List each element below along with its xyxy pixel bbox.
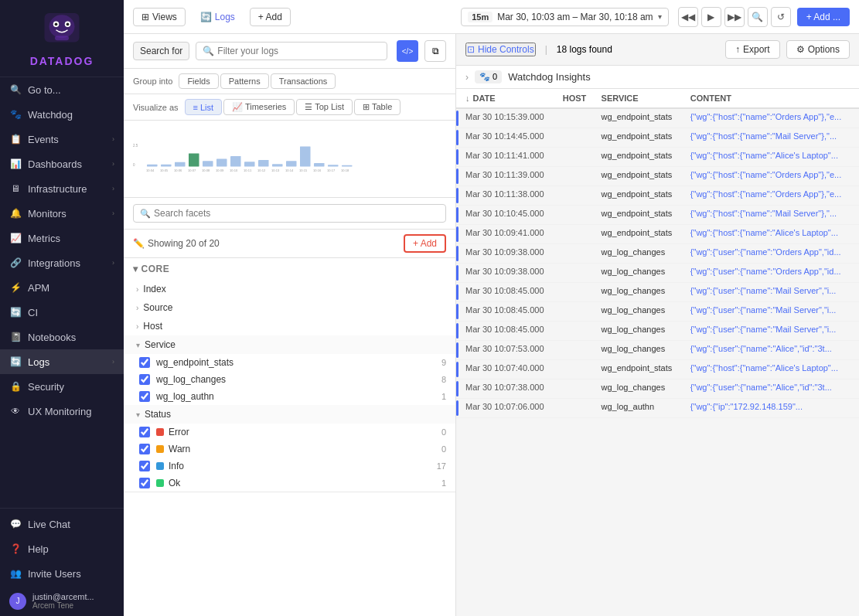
tab-transactions[interactable]: Transactions (271, 73, 336, 89)
copy-button[interactable]: ⧉ (424, 40, 446, 62)
chart-area: 2.5 0 (124, 121, 455, 198)
host-column-header[interactable]: HOST (557, 89, 595, 108)
search-input[interactable] (217, 46, 380, 56)
status-checkbox-info[interactable] (139, 461, 150, 471)
skip-back-button[interactable]: ◀◀ (678, 7, 698, 27)
table-row[interactable]: Mar 30 10:09:38.000 wg_log_changes {"wg"… (456, 244, 859, 264)
table-row[interactable]: Mar 30 10:15:39.000 wg_endpoint_stats {"… (456, 108, 859, 128)
sidebar-item-events[interactable]: 📋 Events › (0, 127, 124, 151)
date-column-header[interactable]: ↓DATE (459, 89, 557, 108)
core-label: CORE (141, 264, 170, 274)
sidebar-item-invite-users[interactable]: 👥 Invite Users (0, 561, 124, 586)
service-checkbox-log-changes[interactable] (139, 374, 150, 385)
status-name-error: Error (169, 427, 441, 437)
watchdog-toggle[interactable]: › (465, 72, 469, 83)
sidebar-item-help[interactable]: ❓ Help (0, 536, 124, 561)
refresh-button[interactable]: ↺ (771, 7, 791, 27)
tab-patterns[interactable]: Patterns (220, 73, 269, 89)
status-checkbox-error[interactable] (139, 427, 150, 437)
facets-search-input[interactable] (154, 208, 439, 219)
log-host (557, 379, 595, 399)
add-button[interactable]: + Add (250, 8, 291, 26)
status-checkbox-ok[interactable] (139, 478, 150, 488)
table-row[interactable]: Mar 30 10:10:45.000 wg_endpoint_stats {"… (456, 206, 859, 225)
zoom-out-button[interactable]: 🔍 (748, 7, 768, 27)
time-range-selector[interactable]: 15m Mar 30, 10:03 am – Mar 30, 10:18 am … (461, 8, 668, 26)
logs-button[interactable]: 🔄 Logs (192, 8, 244, 26)
facets-search-wrap: 🔍 (133, 204, 446, 223)
log-date: Mar 30 10:07:06.000 (459, 399, 557, 418)
content-column-header[interactable]: CONTENT (684, 89, 859, 108)
tab-timeseries[interactable]: 📈 Timeseries (223, 99, 295, 115)
status-checkbox-warn[interactable] (139, 444, 150, 454)
options-button[interactable]: ⚙ Options (786, 40, 850, 59)
add-facet-button[interactable]: + Add (404, 234, 446, 253)
service-checkbox-log-authn[interactable] (139, 391, 150, 402)
svg-text:0: 0 (133, 163, 135, 167)
table-row[interactable]: Mar 30 10:08:45.000 wg_log_changes {"wg"… (456, 322, 859, 341)
log-service: wg_log_changes (595, 244, 684, 264)
table-row[interactable]: Mar 30 10:07:06.000 wg_log_authn {"wg":{… (456, 399, 859, 418)
sidebar-item-metrics[interactable]: 📈 Metrics (0, 226, 124, 250)
sidebar-item-security[interactable]: 🔒 Security (0, 374, 124, 399)
facet-host-row[interactable]: › Host (124, 317, 455, 335)
chevron-right-icon: › (112, 185, 114, 192)
hide-controls-button[interactable]: ⊡ Hide Controls (465, 43, 536, 56)
tab-top-list[interactable]: ☰ Top List (296, 99, 353, 115)
table-row[interactable]: Mar 30 10:07:40.000 wg_endpoint_stats {"… (456, 360, 859, 379)
table-row[interactable]: Mar 30 10:08:45.000 wg_log_changes {"wg"… (456, 283, 859, 302)
export-label: Export (743, 44, 770, 55)
chevron-right-icon: › (112, 259, 114, 267)
sidebar-item-ci[interactable]: 🔄 CI (0, 300, 124, 325)
table-row[interactable]: Mar 30 10:09:38.000 wg_log_changes {"wg"… (456, 264, 859, 283)
skip-forward-button[interactable]: ▶▶ (724, 7, 745, 27)
facet-service-header[interactable]: ▾ Service (124, 335, 455, 354)
table-row[interactable]: Mar 30 10:11:38.000 wg_endpoint_stats {"… (456, 186, 859, 206)
search-icon: 🔍 (9, 83, 22, 96)
infrastructure-icon: 🖥 (9, 182, 22, 195)
log-date: Mar 30 10:10:45.000 (459, 206, 557, 225)
table-row[interactable]: Mar 30 10:11:39.000 wg_endpoint_stats {"… (456, 167, 859, 186)
service-count-log-changes: 8 (441, 375, 446, 384)
sidebar-item-apm[interactable]: ⚡ APM (0, 275, 124, 300)
tab-fields[interactable]: Fields (179, 73, 218, 89)
table-row[interactable]: Mar 30 10:07:38.000 wg_log_changes {"wg"… (456, 379, 859, 399)
views-button[interactable]: ⊞ Views (133, 8, 186, 26)
play-button[interactable]: ▶ (701, 7, 721, 27)
sidebar-item-ux-monitoring[interactable]: 👁 UX Monitoring (0, 399, 124, 424)
sidebar-item-infrastructure[interactable]: 🖥 Infrastructure › (0, 176, 124, 201)
add-facet-label: + Add (413, 238, 437, 249)
service-column-header[interactable]: SERVICE (595, 89, 684, 108)
export-button[interactable]: ↑ Export (725, 40, 780, 59)
facet-index-row[interactable]: › Index (124, 280, 455, 298)
sidebar-item-goto[interactable]: 🔍 Go to... (0, 77, 124, 102)
service-count-endpoint: 9 (441, 358, 446, 367)
sidebar-item-monitors[interactable]: 🔔 Monitors › (0, 201, 124, 226)
add-panel-button[interactable]: + Add ... (797, 8, 850, 26)
service-checkbox-endpoint[interactable] (139, 357, 150, 368)
table-header-row: ↓DATE HOST SERVICE CONTENT (456, 89, 859, 108)
code-button[interactable]: </> (397, 40, 418, 62)
ux-icon: 👁 (9, 405, 22, 417)
svg-rect-23 (342, 165, 353, 167)
table-row[interactable]: Mar 30 10:14:45.000 wg_endpoint_stats {"… (456, 128, 859, 148)
sidebar-user-profile[interactable]: J justin@arcemt... Arcem Tene (0, 586, 124, 616)
sidebar-item-logs[interactable]: 🔄 Logs › (0, 349, 124, 374)
table-row[interactable]: Mar 30 10:11:41.000 wg_endpoint_stats {"… (456, 148, 859, 167)
table-row[interactable]: Mar 30 10:09:41.000 wg_endpoint_stats {"… (456, 225, 859, 244)
facet-status-header[interactable]: ▾ Status (124, 405, 455, 424)
table-row[interactable]: Mar 30 10:08:45.000 wg_log_changes {"wg"… (456, 302, 859, 322)
tab-table[interactable]: ⊞ Table (354, 99, 401, 115)
tab-list[interactable]: ≡ List (185, 99, 223, 115)
sidebar-label-goto: Go to... (28, 84, 114, 96)
sidebar-item-live-chat[interactable]: 💬 Live Chat (0, 512, 124, 536)
sidebar-item-watchdog[interactable]: 🐾 Watchdog (0, 102, 124, 127)
main-content: ⊞ Views 🔄 Logs + Add 15m Mar 30, 10:03 a… (124, 0, 859, 616)
sidebar-item-integrations[interactable]: 🔗 Integrations › (0, 250, 124, 275)
sidebar-item-notebooks[interactable]: 📓 Notebooks (0, 325, 124, 349)
sidebar-item-dashboards[interactable]: 📊 Dashboards › (0, 151, 124, 176)
log-controls: ⊡ Hide Controls | 18 logs found ↑ Export… (456, 34, 859, 66)
core-group-header[interactable]: ▾ CORE (124, 258, 455, 280)
table-row[interactable]: Mar 30 10:07:53.000 wg_log_changes {"wg"… (456, 341, 859, 360)
facet-source-row[interactable]: › Source (124, 298, 455, 317)
